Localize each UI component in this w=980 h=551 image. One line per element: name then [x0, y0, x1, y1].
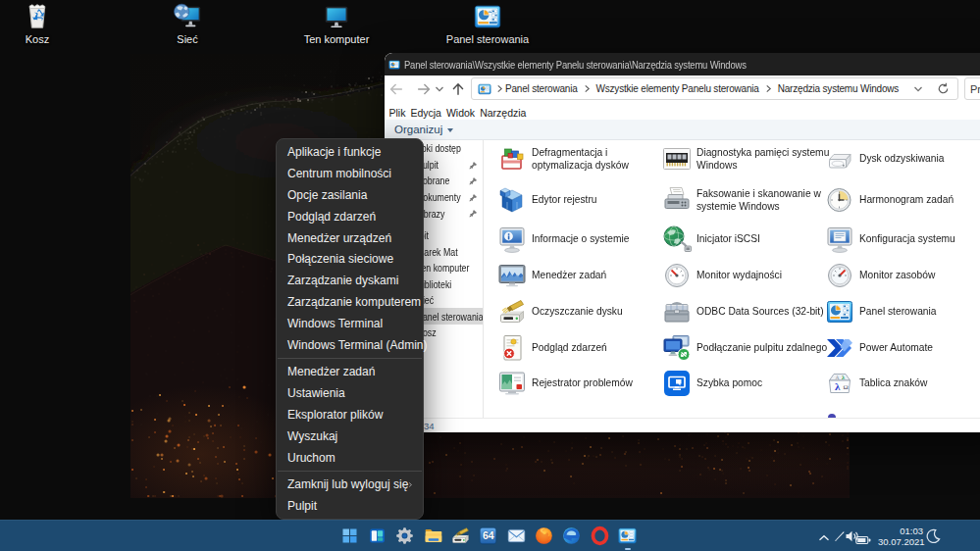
- desktop-icon-label: Ten komputer: [283, 33, 390, 45]
- remote-desktop-icon: [661, 332, 693, 364]
- context-menu-item-label: Opcje zasilania: [287, 188, 367, 202]
- taskbar-button-opera[interactable]: [587, 523, 612, 548]
- breadcrumb-segment[interactable]: Panel sterowania: [505, 83, 578, 94]
- iscsi-initiator-icon: [661, 224, 693, 255]
- file-item-defrag[interactable]: Defragmentacja i optymalizacja dysków: [496, 140, 677, 179]
- context-menu-item-mened-er-zada-[interactable]: Menedżer zadań: [277, 361, 423, 382]
- taskbar-button-firefox[interactable]: [532, 523, 557, 548]
- context-menu-item-eksplorator-plik-w[interactable]: Eksplorator plików: [277, 404, 423, 426]
- file-item-label: Defragmentacja i optymalizacja dysków: [532, 146, 667, 173]
- context-menu-item-centrum-mobilno-ci[interactable]: Centrum mobilności: [277, 163, 423, 184]
- search-text: Prz: [970, 83, 980, 95]
- start-icon: [339, 526, 360, 546]
- menubar-item-plik[interactable]: Plik: [387, 107, 408, 119]
- recycle-bin-icon: [23, 2, 52, 31]
- forward-button[interactable]: [415, 80, 433, 98]
- context-menu-item-uruchom[interactable]: Uruchom: [277, 447, 423, 469]
- breadcrumb: Panel sterowaniaWszystkie elementy Panel…: [505, 83, 899, 94]
- taskbar-button-file-explorer[interactable]: [420, 523, 445, 548]
- context-menu-item-windows-terminal-admin-[interactable]: Windows Terminal (Admin): [277, 334, 423, 356]
- tray-clock[interactable]: 01:03 30.07.2021: [878, 526, 923, 547]
- navigation-toolbar: Panel sterowaniaWszystkie elementy Panel…: [385, 75, 980, 103]
- opera-icon: [590, 526, 610, 546]
- file-item-task-manager[interactable]: Menedżer zadań: [496, 255, 677, 296]
- taskbar-button-disk-cleanup[interactable]: [448, 523, 474, 548]
- desktop-icon-this-pc[interactable]: Ten komputer: [283, 2, 390, 45]
- file-item-recovery-drive[interactable]: Dysk odzyskiwania: [824, 140, 980, 179]
- context-menu-item-pulpit[interactable]: Pulpit: [277, 495, 423, 517]
- organize-button[interactable]: Organizuj: [394, 124, 453, 135]
- tray-focus-assist-moon-icon[interactable]: [926, 528, 941, 547]
- desktop-icon-recycle-bin[interactable]: Kosz: [0, 2, 91, 45]
- file-item-resource-monitor[interactable]: Monitor zasobów: [824, 255, 980, 296]
- file-item-label: Edytor rejestru: [532, 193, 667, 207]
- refresh-icon[interactable]: [937, 82, 950, 95]
- file-item-label: Diagnostyka pamięci systemu Windows: [696, 146, 832, 173]
- context-menu-item-windows-terminal[interactable]: Windows Terminal: [277, 313, 423, 334]
- taskbar-button-settings[interactable]: [392, 523, 418, 548]
- context-menu-item-ustawienia[interactable]: Ustawienia: [277, 382, 423, 404]
- file-item-label: Podgląd zdarzeń: [532, 341, 667, 355]
- taskbar-button-mail[interactable]: [503, 523, 529, 548]
- file-item-registry-editor[interactable]: Edytor rejestru: [496, 179, 677, 221]
- tray-battery-icon[interactable]: [855, 531, 871, 549]
- explorer-window: Panel sterowania\Wszystkie elementy Pane…: [385, 53, 980, 432]
- taskbar-button-total-commander[interactable]: 64: [476, 523, 501, 548]
- menubar-item-widok[interactable]: Widok: [443, 107, 477, 119]
- file-item-character-map[interactable]: Tablica znaków: [824, 363, 980, 404]
- menubar-item-narzędzia[interactable]: Narzędzia: [478, 107, 529, 119]
- file-item-fax-scan[interactable]: Faksowanie i skanowanie w systemie Windo…: [661, 179, 842, 221]
- performance-monitor-icon: [661, 260, 693, 291]
- pinned-icon: [469, 176, 478, 185]
- back-button[interactable]: [387, 80, 405, 98]
- context-menu-item-wyszukaj[interactable]: Wyszukaj: [277, 426, 423, 447]
- quick-assist-icon: [661, 368, 693, 399]
- file-item-iscsi-initiator[interactable]: Inicjator iSCSI: [661, 219, 842, 260]
- pinned-icon: [469, 193, 478, 202]
- steps-recorder-icon: [496, 368, 528, 399]
- taskbar-button-control-panel[interactable]: [615, 523, 641, 548]
- address-bar[interactable]: Panel sterowaniaWszystkie elementy Panel…: [471, 77, 958, 100]
- context-menu-item-opcje-zasilania[interactable]: Opcje zasilania: [277, 184, 423, 206]
- moon-icon: [926, 528, 941, 543]
- context-menu-item-aplikacje-i-funkcje[interactable]: Aplikacje i funkcje: [277, 141, 423, 163]
- file-item-label: ODBC Data Sources (32-bit): [696, 305, 832, 319]
- tray-chevron-up[interactable]: [817, 529, 831, 539]
- context-menu-item-po-czenia-sieciowe[interactable]: Połączenia sieciowe: [277, 248, 423, 270]
- window-titlebar[interactable]: Panel sterowania\Wszystkie elementy Pane…: [385, 53, 980, 75]
- widgets-icon: [367, 526, 387, 546]
- recent-locations-chevron[interactable]: [435, 84, 444, 94]
- disk-cleanup-icon: [450, 526, 471, 546]
- file-item-memory-diagnostic[interactable]: Diagnostyka pamięci systemu Windows: [661, 140, 842, 179]
- file-item-system-config[interactable]: Konfiguracja systemu: [824, 219, 980, 260]
- context-menu-item-podgl-d-zdarze-[interactable]: Podgląd zdarzeń: [277, 206, 423, 227]
- breadcrumb-segment[interactable]: Narzędzia systemu Windows: [778, 83, 899, 94]
- context-menu-item-label: Podgląd zdarzeń: [287, 210, 376, 224]
- desktop-icon-control-panel[interactable]: Panel sterowania: [434, 2, 542, 45]
- file-item-system-info[interactable]: Informacje o systemie: [496, 219, 677, 260]
- taskbar-button-widgets[interactable]: [365, 523, 390, 548]
- file-item-task-scheduler[interactable]: Harmonogram zadań: [824, 179, 980, 221]
- context-menu-item-zarz-dzanie-dyskami[interactable]: Zarządzanie dyskami: [277, 270, 423, 291]
- breadcrumb-segment[interactable]: Wszystkie elementy Panelu sterowania: [596, 83, 759, 94]
- context-menu-item-zamknij-lub-wyloguj-si-[interactable]: Zamknij lub wyloguj się: [277, 474, 423, 495]
- sidebar-item-label: Panel sterowania: [417, 311, 483, 323]
- file-item-performance-monitor[interactable]: Monitor wydajności: [661, 255, 842, 296]
- context-menu-item-zarz-dzanie-komputerem[interactable]: Zarządzanie komputerem: [277, 291, 423, 313]
- search-input[interactable]: Prz: [964, 77, 980, 100]
- address-dropdown-chevron[interactable]: [913, 84, 923, 94]
- control-panel-window-icon: [388, 59, 400, 71]
- file-item-label: Panel sterowania: [859, 305, 980, 319]
- organize-caret-icon: [447, 128, 453, 132]
- taskbar-button-edge[interactable]: [559, 523, 585, 548]
- file-item-label: Harmonogram zadań: [859, 193, 980, 207]
- file-item-steps-recorder[interactable]: Rejestrator problemów: [496, 363, 677, 404]
- file-item-quick-assist[interactable]: Szybka pomoc: [661, 363, 842, 404]
- context-menu-item-mened-er-urz-dze-[interactable]: Menedżer urządzeń: [277, 227, 423, 249]
- context-menu-item-label: Połączenia sieciowe: [287, 252, 393, 266]
- up-button[interactable]: [449, 80, 467, 98]
- menubar-item-edycja[interactable]: Edycja: [408, 107, 444, 119]
- desktop-icon-network[interactable]: Sieć: [133, 2, 241, 45]
- control-panel-small-icon: [824, 296, 855, 327]
- taskbar-button-start[interactable]: [336, 523, 362, 548]
